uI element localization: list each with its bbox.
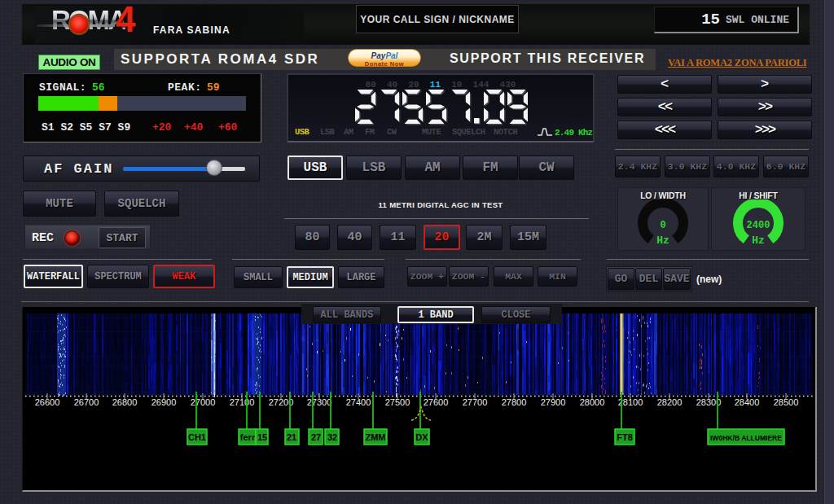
svg-text:IW0HK/B ALLUMIERE: IW0HK/B ALLUMIERE (710, 434, 782, 442)
svg-text:21: 21 (287, 432, 296, 442)
svg-text:27: 27 (311, 432, 321, 442)
svg-text:FT8: FT8 (617, 432, 633, 442)
svg-text:27500: 27500 (385, 397, 410, 407)
svg-text:32: 32 (327, 432, 337, 442)
svg-text:28000: 28000 (580, 397, 605, 407)
svg-text:28200: 28200 (657, 397, 683, 407)
svg-text:27900: 27900 (541, 397, 566, 407)
svg-text:27800: 27800 (502, 397, 527, 407)
svg-text:26600: 26600 (35, 397, 60, 407)
svg-text:DX: DX (415, 432, 428, 442)
svg-text:15: 15 (257, 432, 267, 442)
svg-text:26900: 26900 (151, 397, 177, 407)
svg-text:28500: 28500 (774, 397, 799, 407)
svg-text:26800: 26800 (112, 397, 138, 407)
svg-text:27600: 27600 (424, 397, 449, 407)
svg-text:27100: 27100 (230, 397, 255, 407)
svg-text:27400: 27400 (346, 397, 371, 407)
svg-text:27700: 27700 (463, 397, 488, 407)
svg-text:28400: 28400 (735, 397, 760, 407)
svg-text:27000: 27000 (191, 397, 216, 407)
svg-text:ferr: ferr (240, 432, 256, 442)
svg-text:26700: 26700 (74, 397, 99, 407)
svg-text:CH1: CH1 (188, 432, 206, 442)
svg-text:ZMM: ZMM (365, 432, 385, 442)
svg-text:27300: 27300 (307, 397, 332, 407)
